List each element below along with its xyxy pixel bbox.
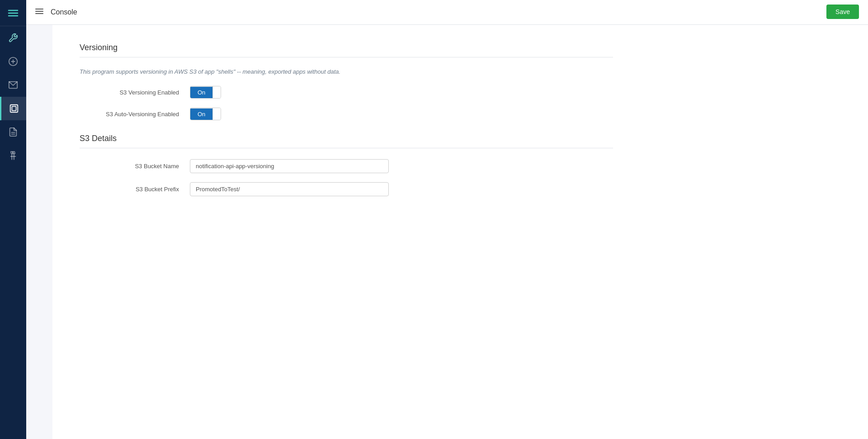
sidebar-item-plugins[interactable]	[0, 144, 26, 167]
versioning-title: Versioning	[80, 43, 613, 52]
menu-icon[interactable]	[35, 7, 43, 18]
s3-details-divider	[80, 148, 613, 148]
s3-versioning-on[interactable]: On	[190, 87, 212, 98]
sidebar-item-docs[interactable]	[0, 120, 26, 144]
wrench-screwdriver-icon	[8, 33, 18, 43]
page-title: Console	[51, 8, 77, 16]
s3-versioning-toggle[interactable]: On	[190, 86, 221, 99]
s3-bucket-prefix-row: S3 Bucket Prefix	[80, 182, 613, 196]
save-btn-container: Save	[826, 5, 859, 19]
versioning-description: This program supports versioning in AWS …	[80, 68, 613, 75]
topbar: Console	[26, 0, 868, 25]
s3-bucket-prefix-label: S3 Bucket Prefix	[80, 186, 179, 193]
s3-versioning-label: S3 Versioning Enabled	[80, 89, 179, 96]
plugin-icon	[8, 151, 18, 160]
s3-bucket-prefix-input[interactable]	[190, 182, 389, 196]
s3-auto-versioning-label: S3 Auto-Versioning Enabled	[80, 111, 179, 118]
save-button[interactable]: Save	[826, 5, 859, 19]
pages-icon	[9, 104, 19, 113]
s3-bucket-name-input[interactable]	[190, 159, 389, 173]
envelope-icon	[8, 80, 18, 90]
versioning-divider	[80, 57, 613, 57]
sidebar-item-tools[interactable]	[0, 26, 26, 50]
s3-details-title: S3 Details	[80, 134, 613, 143]
svg-rect-4	[10, 105, 18, 113]
s3-auto-versioning-row: S3 Auto-Versioning Enabled On	[80, 108, 613, 120]
settings-icon	[8, 57, 18, 66]
s3-versioning-row: S3 Versioning Enabled On	[80, 86, 613, 99]
svg-rect-5	[12, 106, 16, 110]
s3-auto-versioning-on[interactable]: On	[190, 109, 212, 120]
content-area: Versioning This program supports version…	[52, 25, 640, 223]
sidebar	[0, 0, 26, 439]
s3-auto-versioning-toggle[interactable]: On	[190, 108, 221, 120]
logo-icon	[7, 7, 19, 19]
s3-bucket-name-row: S3 Bucket Name	[80, 159, 613, 173]
s3-auto-versioning-handle	[212, 108, 221, 120]
s3-bucket-name-label: S3 Bucket Name	[80, 163, 179, 170]
document-icon	[8, 127, 18, 137]
logo	[0, 0, 26, 26]
main-content: Versioning This program supports version…	[52, 25, 868, 439]
sidebar-item-mail[interactable]	[0, 73, 26, 97]
sidebar-item-settings[interactable]	[0, 50, 26, 73]
sidebar-item-pages[interactable]	[0, 97, 26, 120]
s3-versioning-handle	[212, 86, 221, 98]
